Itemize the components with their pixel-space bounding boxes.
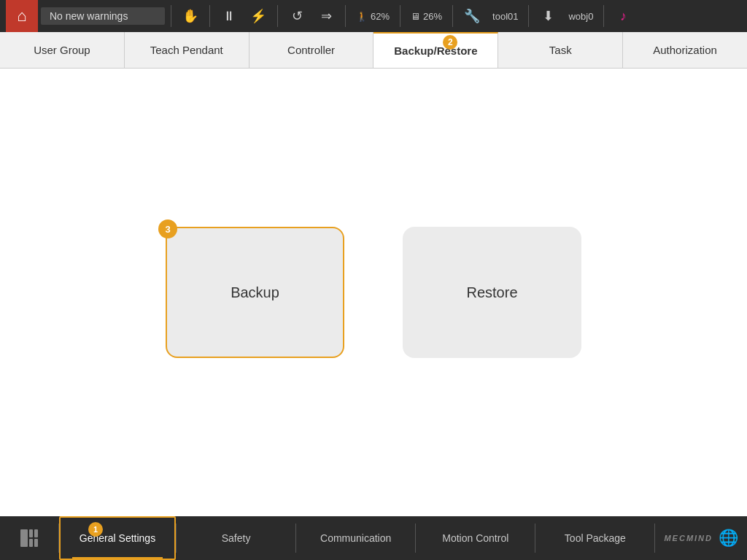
brand-logo: MECMIND bbox=[664, 534, 713, 542]
separator bbox=[345, 5, 346, 27]
pause-icon[interactable]: ⏸ bbox=[216, 3, 242, 29]
run-icon: 🚶 bbox=[356, 11, 368, 22]
separator bbox=[277, 5, 278, 27]
bottom-right-icons: MECMIND 🌐 bbox=[655, 529, 747, 548]
separator bbox=[400, 5, 400, 27]
svg-rect-4 bbox=[34, 539, 38, 547]
lightning-icon[interactable]: ⚡ bbox=[245, 3, 271, 29]
restore-card[interactable]: Restore bbox=[403, 227, 581, 358]
btab-motion-control[interactable]: Motion Control bbox=[416, 516, 535, 560]
home-icon: ⌂ bbox=[17, 7, 26, 26]
run-stat: 🚶 62% bbox=[352, 11, 394, 22]
btab-safety-label: Safety bbox=[222, 532, 251, 544]
separator bbox=[209, 5, 210, 27]
separator bbox=[452, 5, 453, 27]
cpu-value: 26% bbox=[423, 11, 442, 22]
cpu-stat: 🖥 26% bbox=[406, 11, 446, 22]
tab-user-group-label: User Group bbox=[34, 44, 90, 56]
svg-rect-3 bbox=[29, 539, 33, 547]
home-button[interactable]: ⌂ bbox=[6, 0, 38, 32]
tab-user-group[interactable]: User Group bbox=[0, 32, 125, 68]
main-content: 3 Backup Restore bbox=[0, 69, 747, 516]
backup-card-badge: 3 bbox=[158, 219, 177, 238]
tab-controller-label: Controller bbox=[287, 44, 335, 56]
tab-backup-restore[interactable]: Backup/Restore 2 bbox=[374, 32, 498, 68]
svg-rect-1 bbox=[29, 529, 33, 537]
btab-tool-package[interactable]: Tool Package bbox=[535, 516, 654, 560]
btab-communication-label: Communication bbox=[320, 532, 391, 544]
tab-teach-pendant[interactable]: Teach Pendant bbox=[125, 32, 249, 68]
loop-icon[interactable]: ↺ bbox=[284, 3, 310, 29]
hand-icon[interactable]: ✋ bbox=[177, 3, 204, 29]
btab-tool-package-label: Tool Package bbox=[565, 532, 626, 544]
tab-authorization-label: Authorization bbox=[653, 44, 717, 56]
run-value: 62% bbox=[371, 11, 390, 22]
warnings-display: No new warnings bbox=[41, 7, 165, 25]
separator bbox=[528, 5, 529, 27]
svg-rect-0 bbox=[20, 529, 28, 547]
music-icon[interactable]: ♪ bbox=[610, 3, 636, 29]
wobj-name: wobj0 bbox=[564, 11, 597, 22]
btab-general-settings-badge: 1 bbox=[88, 522, 103, 537]
bottombar: 1 General Settings Safety Communication … bbox=[0, 516, 747, 560]
panel-icon[interactable] bbox=[0, 528, 58, 548]
download-icon[interactable]: ⬇ bbox=[535, 3, 561, 29]
tabbar: User Group Teach Pendant Controller Back… bbox=[0, 32, 747, 69]
tab-controller[interactable]: Controller bbox=[249, 32, 374, 68]
separator bbox=[171, 5, 171, 27]
btab-general-settings[interactable]: 1 General Settings bbox=[59, 516, 176, 560]
tab-task[interactable]: Task bbox=[498, 32, 623, 68]
btab-motion-control-label: Motion Control bbox=[442, 532, 508, 544]
restore-card-label: Restore bbox=[466, 284, 517, 301]
btab-communication[interactable]: Communication bbox=[296, 516, 415, 560]
tab-teach-pendant-label: Teach Pendant bbox=[150, 44, 223, 56]
backup-card-label: Backup bbox=[231, 284, 279, 301]
globe-icon[interactable]: 🌐 bbox=[719, 529, 738, 548]
tab-authorization[interactable]: Authorization bbox=[623, 32, 747, 68]
wrench-icon[interactable]: 🔧 bbox=[459, 3, 485, 29]
tab-backup-restore-label: Backup/Restore bbox=[394, 44, 477, 57]
btab-safety[interactable]: Safety bbox=[177, 516, 295, 560]
arrows-icon[interactable]: ⇒ bbox=[313, 3, 339, 29]
topbar: ⌂ No new warnings ✋ ⏸ ⚡ ↺ ⇒ 🚶 62% 🖥 26% … bbox=[0, 0, 747, 32]
backup-card[interactable]: 3 Backup bbox=[166, 227, 344, 358]
svg-rect-2 bbox=[34, 529, 38, 537]
warnings-text: No new warnings bbox=[50, 10, 128, 22]
monitor-icon: 🖥 bbox=[411, 11, 420, 22]
tab-task-label: Task bbox=[549, 44, 572, 56]
tool-name: tool01 bbox=[488, 11, 522, 22]
separator bbox=[603, 5, 604, 27]
